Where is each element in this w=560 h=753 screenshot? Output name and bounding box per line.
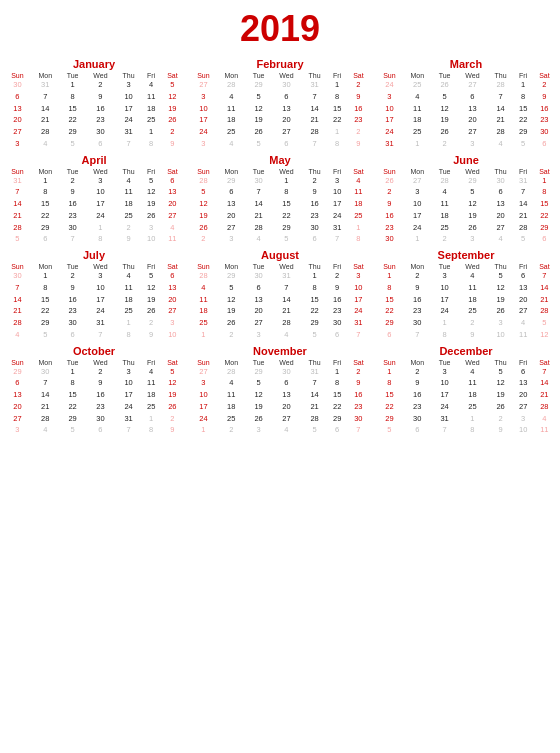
day-cell: 27 [514,401,533,413]
day-cell: 24 [347,305,370,317]
day-cell: 29 [246,79,272,91]
day-cell: 16 [376,210,403,222]
day-header-fri: Fri [328,263,347,270]
day-cell: 31 [271,270,301,282]
day-cell: 4 [246,233,272,245]
day-cell: 20 [488,210,514,222]
day-cell: 23 [403,401,432,413]
day-cell: 1 [190,424,217,436]
calendar-table-may: SunMonTueWedThuFriSat2829301234567891011… [190,168,370,246]
day-cell: 27 [246,317,272,329]
day-cell: 20 [271,401,301,413]
day-header-tue: Tue [432,168,458,175]
day-cell: 18 [142,103,161,115]
day-cell: 13 [488,198,514,210]
day-cell: 31 [31,79,60,91]
day-cell: 15 [376,389,403,401]
day-cell: 15 [271,198,301,210]
day-cell: 12 [142,186,161,198]
day-cell: 6 [4,91,31,103]
day-cell: 9 [142,329,161,341]
day-cell: 1 [533,175,556,187]
day-cell: 23 [60,210,86,222]
day-cell: 16 [60,198,86,210]
day-cell: 6 [488,186,514,198]
day-cell: 30 [85,126,115,138]
day-cell: 23 [60,305,86,317]
day-cell: 26 [488,305,514,317]
day-cell: 25 [403,79,432,91]
month-block-june: JuneSunMonTueWedThuFriSat262728293031123… [376,154,556,246]
day-cell: 14 [246,198,272,210]
day-cell: 9 [60,282,86,294]
day-cell: 12 [161,377,184,389]
day-header-thu: Thu [116,72,142,79]
day-header-mon: Mon [217,72,246,79]
day-cell: 14 [271,294,301,306]
day-cell: 12 [161,91,184,103]
day-cell: 6 [457,91,487,103]
day-cell: 3 [376,91,403,103]
day-cell: 14 [302,389,328,401]
day-cell: 8 [302,282,328,294]
day-cell: 1 [302,270,328,282]
day-cell: 3 [246,329,272,341]
day-cell: 12 [217,294,246,306]
day-cell: 14 [533,377,556,389]
day-cell: 6 [60,329,86,341]
day-cell: 21 [514,210,533,222]
day-cell: 5 [302,329,328,341]
day-cell: 6 [4,377,31,389]
calendar-table-november: SunMonTueWedThuFriSat2728293031123456789… [190,359,370,437]
day-header-fri: Fri [328,359,347,366]
day-cell: 23 [347,114,370,126]
day-cell: 5 [31,329,60,341]
day-cell: 4 [142,79,161,91]
day-cell: 10 [376,103,403,115]
day-cell: 23 [85,401,115,413]
day-cell: 10 [403,198,432,210]
day-cell: 23 [328,305,347,317]
day-cell: 3 [4,424,31,436]
day-cell: 18 [347,198,370,210]
day-cell: 30 [271,79,301,91]
day-cell: 8 [328,377,347,389]
day-cell: 19 [246,401,272,413]
day-cell: 10 [328,186,347,198]
day-cell: 5 [60,424,86,436]
day-header-sun: Sun [190,72,217,79]
day-cell: 31 [116,126,142,138]
day-header-mon: Mon [403,263,432,270]
day-cell: 25 [457,305,487,317]
day-cell: 21 [302,114,328,126]
day-header-wed: Wed [271,359,301,366]
day-cell: 16 [403,389,432,401]
day-cell: 4 [142,366,161,378]
day-cell: 30 [246,175,272,187]
day-cell: 28 [488,79,514,91]
day-cell: 9 [533,91,556,103]
day-cell: 4 [116,270,142,282]
day-cell: 23 [347,401,370,413]
day-cell: 3 [4,138,31,150]
day-header-thu: Thu [116,359,142,366]
day-cell: 17 [85,198,115,210]
month-block-february: FebruarySunMonTueWedThuFriSat27282930311… [190,58,370,150]
day-cell: 25 [432,222,458,234]
day-cell: 25 [116,210,142,222]
day-cell: 7 [533,366,556,378]
day-cell: 1 [328,126,347,138]
day-cell: 28 [514,222,533,234]
day-cell: 4 [31,138,60,150]
day-cell: 30 [347,413,370,425]
day-cell: 1 [85,222,115,234]
day-cell: 7 [347,329,370,341]
calendar-table-february: SunMonTueWedThuFriSat2728293031123456789… [190,72,370,150]
calendar-table-march: SunMonTueWedThuFriSat2425262728123456789… [376,72,556,150]
day-cell: 2 [85,366,115,378]
day-cell: 28 [488,126,514,138]
day-cell: 18 [142,389,161,401]
day-cell: 31 [514,175,533,187]
month-block-september: SeptemberSunMonTueWedThuFriSat1234567891… [376,249,556,341]
day-cell: 2 [347,126,370,138]
